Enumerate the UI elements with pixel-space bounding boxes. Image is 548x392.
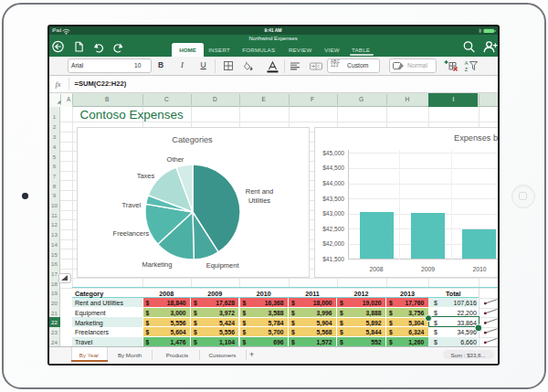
svg-text:Z: Z [465, 66, 469, 71]
svg-text:A: A [465, 60, 469, 66]
